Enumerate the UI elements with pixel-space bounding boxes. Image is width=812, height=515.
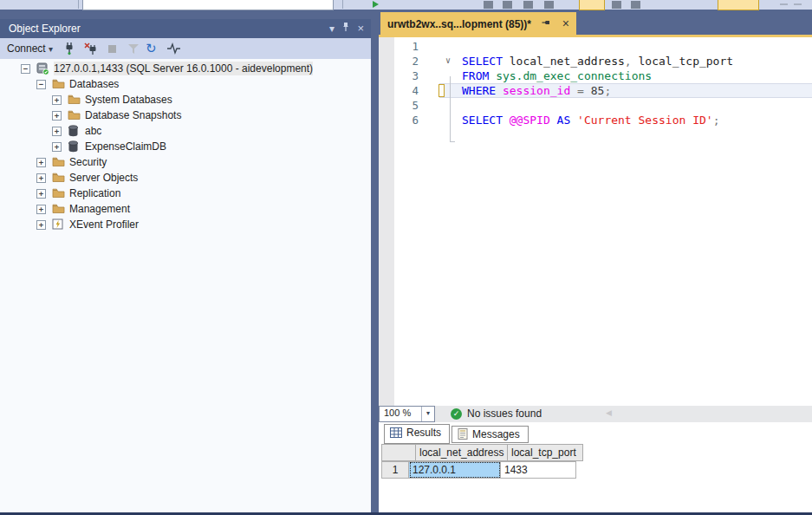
code-text: WHERE session_id = 85; — [462, 83, 611, 98]
disconnect-plug-icon[interactable] — [83, 42, 97, 55]
token-id — [503, 114, 510, 127]
expand-icon[interactable]: + — [36, 173, 46, 183]
grid-corner-cell[interactable] — [381, 444, 416, 461]
tree-item-management[interactable]: +Management — [0, 201, 371, 217]
expand-icon[interactable]: + — [52, 142, 62, 152]
document-tab-strip: urwtb2wx..sq...lopment (85))* × — [379, 12, 812, 35]
token-str: 'Current Session ID' — [577, 114, 713, 127]
token-kw: FROM — [462, 69, 489, 82]
token-op: , — [625, 55, 632, 68]
tab-results[interactable]: Results — [384, 424, 450, 444]
tree-item-replication[interactable]: +Replication — [0, 186, 371, 201]
token-id: local_tcp_port — [632, 55, 733, 68]
results-pane: ResultsMessages local_net_addresslocal_t… — [379, 422, 812, 512]
column-header-local_tcp_port[interactable]: local_tcp_port — [508, 444, 583, 461]
code-line-1[interactable]: 1 — [379, 39, 812, 54]
column-header-local_net_address[interactable]: local_net_address — [416, 444, 508, 461]
expand-icon[interactable]: + — [36, 205, 46, 214]
pin-icon[interactable] — [341, 19, 350, 38]
code-lines: 12∨SELECT local_net_address, local_tcp_p… — [379, 39, 812, 127]
toolbar-separator — [342, 0, 343, 9]
toolbar-icon[interactable] — [503, 1, 512, 9]
expand-icon[interactable]: + — [52, 127, 62, 136]
zoom-select[interactable]: 100 % ▾ — [379, 406, 435, 422]
token-id — [550, 114, 557, 127]
toolbar-icon[interactable] — [523, 1, 533, 9]
tab-title: urwtb2wx..sq...lopment (85))* — [387, 18, 531, 30]
tree-item-expenseclaimdb[interactable]: +ExpenseClaimDB — [0, 139, 371, 154]
tree-item-label: ExpenseClaimDB — [85, 140, 166, 153]
execute-icon[interactable] — [373, 1, 379, 8]
table-row: 1127.0.0.11433 — [381, 461, 583, 479]
tab-messages[interactable]: Messages — [451, 426, 529, 443]
check-circle-icon: ✓ — [451, 408, 462, 420]
panel-splitter[interactable] — [371, 19, 379, 512]
token-op: = — [577, 84, 584, 97]
code-text: SELECT local_net_address, local_tcp_port — [462, 54, 733, 68]
code-line-5[interactable]: 5 — [379, 98, 812, 113]
tree-item-label: Management — [69, 202, 130, 216]
messages-icon — [458, 428, 468, 445]
tree-item-system-databases[interactable]: +System Databases — [0, 92, 371, 108]
toolbar-combo-box[interactable] — [82, 0, 334, 10]
token-var: session_id — [503, 84, 570, 97]
tree-item-xevent-profiler[interactable]: +XEvent Profiler — [0, 217, 371, 232]
sql-editor[interactable]: 12∨SELECT local_net_address, local_tcp_p… — [379, 37, 812, 406]
tree-item-label: 127.0.0.1,1433 (SQL Server 16.0.1000 - a… — [54, 62, 313, 75]
chevron-down-icon[interactable]: ▾ — [421, 407, 434, 421]
tree-item-127-0-0-1-1433-sql-server-16-0[interactable]: −127.0.0.1,1433 (SQL Server 16.0.1000 - … — [0, 61, 371, 76]
database-icon — [68, 125, 81, 137]
expand-icon[interactable]: + — [52, 95, 62, 105]
document-well: urwtb2wx..sq...lopment (85))* × 12∨SELEC… — [379, 12, 812, 512]
fold-collapse-icon[interactable]: ∨ — [445, 53, 451, 68]
toolbar-separator — [78, 0, 79, 9]
folder-icon — [52, 172, 65, 184]
tree-item-databases[interactable]: −Databases — [0, 76, 371, 92]
code-line-2[interactable]: 2∨SELECT local_net_address, local_tcp_po… — [379, 54, 812, 68]
activity-monitor-icon[interactable] — [166, 42, 180, 55]
grid-cell[interactable]: 127.0.0.1 — [409, 461, 501, 479]
expand-icon[interactable]: + — [36, 220, 46, 230]
toolbar-icon[interactable] — [631, 1, 640, 9]
row-header[interactable]: 1 — [381, 461, 409, 479]
stop-icon — [106, 42, 120, 55]
grid-cell[interactable]: 1433 — [501, 461, 576, 479]
code-line-3[interactable]: 3FROM sys.dm_exec_connections — [379, 68, 812, 83]
code-line-4[interactable]: 4WHERE session_id = 85; — [379, 83, 812, 98]
tree-item-abc[interactable]: +abc — [0, 123, 371, 139]
line-number: 6 — [396, 113, 419, 127]
folder-icon — [68, 94, 81, 106]
toolbar-toggle-icon[interactable] — [579, 0, 605, 10]
window-position-chevron-icon[interactable]: ▾ — [329, 19, 335, 38]
tree-item-label: Databases — [69, 77, 119, 91]
tree-item-label: Security — [69, 155, 107, 169]
tree-item-server-objects[interactable]: +Server Objects — [0, 170, 371, 186]
query-document-tab[interactable]: urwtb2wx..sq...lopment (85))* × — [380, 12, 576, 35]
token-id — [584, 84, 591, 97]
pin-icon[interactable] — [542, 18, 554, 30]
object-explorer-toolbar: Connect ▾ ↻ — [0, 38, 371, 59]
object-explorer-titlebar[interactable]: Object Explorer ▾ × — [0, 19, 371, 38]
collapse-icon[interactable]: − — [36, 80, 46, 89]
tab-label: Messages — [472, 428, 520, 440]
toolbar-toggle-icon[interactable] — [718, 0, 759, 10]
expand-icon[interactable]: + — [36, 189, 46, 199]
main-toolbar — [0, 0, 812, 10]
close-icon[interactable]: × — [562, 16, 569, 30]
tree-item-label: Replication — [69, 186, 120, 200]
expand-icon[interactable]: + — [36, 158, 46, 167]
connect-plug-icon[interactable] — [62, 42, 76, 55]
zoom-value: 100 % — [384, 407, 411, 418]
toolbar-icon[interactable] — [612, 1, 621, 9]
expand-icon[interactable]: + — [52, 111, 62, 121]
scroll-left-arrow-icon[interactable]: ◀ — [606, 408, 612, 417]
tree-item-database-snapshots[interactable]: +Database Snapshots — [0, 108, 371, 123]
toolbar-icon[interactable] — [484, 1, 493, 9]
refresh-icon[interactable]: ↻ — [146, 42, 159, 55]
collapse-icon[interactable]: − — [21, 64, 30, 74]
toolbar-icon[interactable] — [544, 1, 554, 9]
connect-button[interactable]: Connect ▾ — [7, 38, 53, 60]
close-icon[interactable]: × — [357, 19, 364, 38]
tree-item-security[interactable]: +Security — [0, 154, 371, 170]
code-line-6[interactable]: 6SELECT @@SPID AS 'Current Session ID'; — [379, 113, 812, 127]
